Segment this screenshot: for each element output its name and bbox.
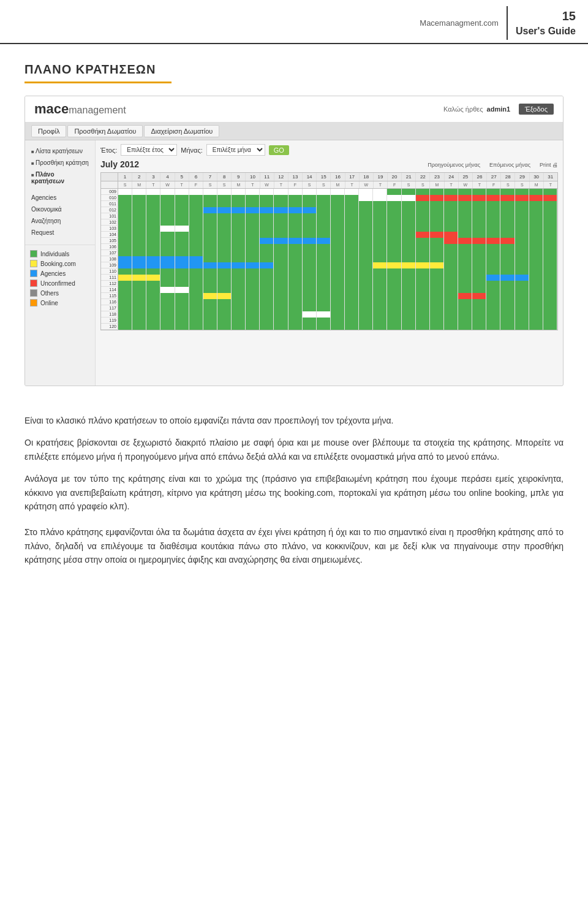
cal-cell-102-13[interactable] bbox=[288, 219, 303, 226]
cal-cell-110-13[interactable] bbox=[288, 268, 303, 275]
cal-cell-107-30[interactable] bbox=[529, 250, 543, 256]
cal-cell-106-8[interactable] bbox=[217, 244, 232, 250]
cal-cell-105-14[interactable] bbox=[303, 238, 317, 244]
cal-cell-106-19[interactable] bbox=[373, 244, 387, 250]
cal-cell-120-29[interactable] bbox=[515, 324, 529, 330]
cal-cell-110-17[interactable] bbox=[345, 268, 359, 275]
cal-cell-116-3[interactable] bbox=[146, 299, 160, 305]
cal-cell-102-11[interactable] bbox=[260, 219, 274, 226]
cal-cell-117-5[interactable] bbox=[175, 305, 189, 311]
cal-cell-116-18[interactable] bbox=[359, 299, 373, 305]
cal-cell-009-8[interactable] bbox=[217, 189, 232, 195]
cal-cell-011-24[interactable] bbox=[444, 201, 458, 207]
cal-cell-009-27[interactable] bbox=[486, 189, 500, 195]
cal-cell-115-11[interactable] bbox=[260, 293, 274, 299]
cal-cell-115-10[interactable] bbox=[246, 293, 260, 299]
cal-cell-117-9[interactable] bbox=[232, 305, 246, 311]
cal-cell-011-10[interactable] bbox=[246, 201, 260, 207]
cal-cell-010-25[interactable] bbox=[458, 195, 472, 201]
cal-cell-106-13[interactable] bbox=[288, 244, 303, 250]
cal-cell-107-15[interactable] bbox=[317, 250, 331, 256]
cal-cell-114-12[interactable] bbox=[274, 287, 288, 293]
cal-cell-108-28[interactable] bbox=[500, 256, 514, 262]
cal-cell-102-12[interactable] bbox=[274, 219, 288, 226]
cal-cell-105-6[interactable] bbox=[189, 238, 203, 244]
cal-cell-012-13[interactable] bbox=[288, 207, 303, 213]
cal-cell-012-23[interactable] bbox=[430, 207, 444, 213]
cal-cell-116-17[interactable] bbox=[345, 299, 359, 305]
cal-cell-111-11[interactable] bbox=[260, 275, 274, 281]
cal-cell-106-7[interactable] bbox=[203, 244, 217, 250]
cal-cell-102-31[interactable] bbox=[543, 219, 557, 226]
cal-cell-110-16[interactable] bbox=[331, 268, 345, 275]
cal-cell-115-22[interactable] bbox=[416, 293, 430, 299]
cal-cell-110-29[interactable] bbox=[515, 268, 529, 275]
cal-cell-119-27[interactable] bbox=[486, 318, 500, 324]
cal-cell-116-4[interactable] bbox=[160, 299, 175, 305]
cal-cell-108-19[interactable] bbox=[373, 256, 387, 262]
cal-cell-117-1[interactable] bbox=[118, 305, 132, 311]
cal-cell-103-31[interactable] bbox=[543, 226, 557, 232]
cal-cell-104-31[interactable] bbox=[543, 232, 557, 238]
cal-cell-110-26[interactable] bbox=[472, 268, 486, 275]
cal-cell-116-28[interactable] bbox=[500, 299, 514, 305]
cal-cell-115-9[interactable] bbox=[232, 293, 246, 299]
cal-cell-117-26[interactable] bbox=[472, 305, 486, 311]
cal-cell-109-12[interactable] bbox=[274, 262, 288, 268]
sidebar-item-search[interactable]: Αναζήτηση bbox=[25, 215, 95, 227]
cal-cell-011-9[interactable] bbox=[232, 201, 246, 207]
cal-cell-102-3[interactable] bbox=[146, 219, 160, 226]
cal-cell-012-28[interactable] bbox=[500, 207, 514, 213]
year-select[interactable]: Επιλέξτε έτος bbox=[121, 144, 177, 156]
cal-cell-120-7[interactable] bbox=[203, 324, 217, 330]
cal-cell-012-7[interactable] bbox=[203, 207, 217, 213]
cal-cell-119-19[interactable] bbox=[373, 318, 387, 324]
cal-cell-105-16[interactable] bbox=[331, 238, 345, 244]
cal-cell-114-14[interactable] bbox=[303, 287, 317, 293]
cal-cell-103-4[interactable] bbox=[160, 226, 175, 232]
cal-cell-109-24[interactable] bbox=[444, 262, 458, 268]
cal-cell-104-2[interactable] bbox=[132, 232, 146, 238]
cal-cell-112-26[interactable] bbox=[472, 281, 486, 287]
cal-cell-120-12[interactable] bbox=[274, 324, 288, 330]
cal-cell-110-4[interactable] bbox=[160, 268, 175, 275]
cal-cell-106-12[interactable] bbox=[274, 244, 288, 250]
cal-cell-108-18[interactable] bbox=[359, 256, 373, 262]
cal-cell-110-27[interactable] bbox=[486, 268, 500, 275]
cal-cell-101-2[interactable] bbox=[132, 213, 146, 219]
sidebar-item-list[interactable]: Λίστα κρατήσεων bbox=[25, 145, 95, 157]
cal-cell-114-2[interactable] bbox=[132, 287, 146, 293]
cal-cell-106-2[interactable] bbox=[132, 244, 146, 250]
cal-cell-104-20[interactable] bbox=[387, 232, 401, 238]
cal-cell-107-25[interactable] bbox=[458, 250, 472, 256]
cal-cell-107-28[interactable] bbox=[500, 250, 514, 256]
cal-cell-117-22[interactable] bbox=[416, 305, 430, 311]
cal-cell-012-17[interactable] bbox=[345, 207, 359, 213]
cal-cell-107-10[interactable] bbox=[246, 250, 260, 256]
cal-cell-115-3[interactable] bbox=[146, 293, 160, 299]
cal-cell-106-28[interactable] bbox=[500, 244, 514, 250]
cal-cell-103-2[interactable] bbox=[132, 226, 146, 232]
cal-cell-108-25[interactable] bbox=[458, 256, 472, 262]
cal-cell-112-30[interactable] bbox=[529, 281, 543, 287]
cal-cell-108-22[interactable] bbox=[416, 256, 430, 262]
cal-cell-111-16[interactable] bbox=[331, 275, 345, 281]
cal-cell-116-7[interactable] bbox=[203, 299, 217, 305]
cal-cell-117-13[interactable] bbox=[288, 305, 303, 311]
cal-cell-105-31[interactable] bbox=[543, 238, 557, 244]
cal-cell-115-8[interactable] bbox=[217, 293, 232, 299]
cal-cell-012-31[interactable] bbox=[543, 207, 557, 213]
cal-cell-103-29[interactable] bbox=[515, 226, 529, 232]
cal-cell-011-19[interactable] bbox=[373, 201, 387, 207]
cal-cell-115-27[interactable] bbox=[486, 293, 500, 299]
cal-cell-109-15[interactable] bbox=[317, 262, 331, 268]
cal-cell-009-7[interactable] bbox=[203, 189, 217, 195]
cal-cell-114-21[interactable] bbox=[402, 287, 416, 293]
cal-cell-101-3[interactable] bbox=[146, 213, 160, 219]
cal-cell-111-4[interactable] bbox=[160, 275, 175, 281]
cal-cell-105-18[interactable] bbox=[359, 238, 373, 244]
cal-cell-010-18[interactable] bbox=[359, 195, 373, 201]
cal-cell-112-19[interactable] bbox=[373, 281, 387, 287]
cal-cell-101-22[interactable] bbox=[416, 213, 430, 219]
cal-cell-104-26[interactable] bbox=[472, 232, 486, 238]
